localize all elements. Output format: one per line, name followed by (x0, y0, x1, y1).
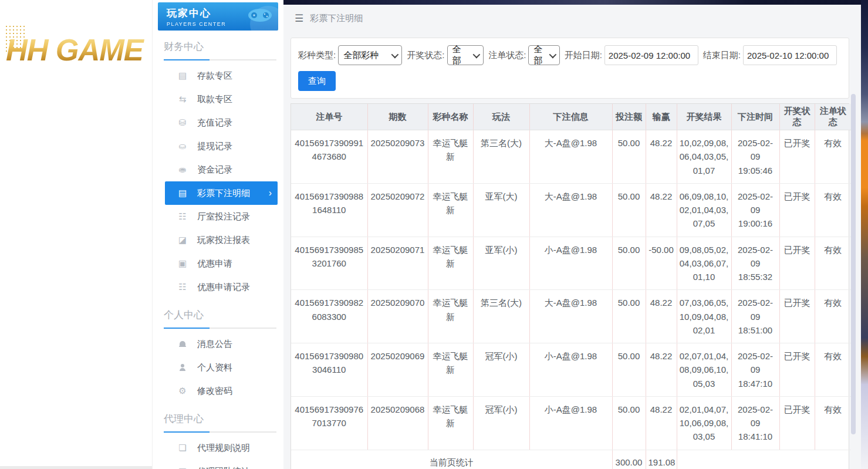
order-status-select[interactable]: 全部 (528, 45, 559, 65)
chevron-right-icon: › (269, 188, 278, 198)
hall-bet-record-icon: ☷ (177, 211, 188, 222)
cell: 幸运飞艇新 (428, 237, 473, 290)
cell: 有效 (815, 396, 851, 450)
scrollbar-thumb[interactable] (851, 94, 856, 434)
sidebar-item-label: 优惠申请 (197, 258, 232, 269)
sidebar-item-label: 代理规则说明 (197, 443, 250, 454)
cell: 幸运飞艇新 (428, 183, 473, 237)
column-header: 下注信息 (529, 104, 612, 130)
sidebar-item-label: 玩家投注报表 (197, 235, 250, 246)
cell: 已开奖 (779, 396, 815, 450)
sidebar-item-profile[interactable]: 个人资料 (165, 356, 278, 379)
sidebar-item-label: 充值记录 (197, 117, 232, 129)
players-center-subtitle: PLAYERS CENTER (167, 21, 278, 27)
draw-status-value: 全部 (452, 44, 470, 66)
cell: 2025-02-09 19:00:16 (731, 183, 779, 237)
column-header: 注单号 (291, 104, 367, 130)
end-date-input[interactable] (743, 45, 837, 65)
table-row: 401569173909914673680 20250209073 幸运飞艇新 … (291, 130, 851, 184)
sidebar-item-lottery-bet-detail[interactable]: ▤ 彩票下注明细 › (165, 181, 278, 205)
cell: 20250209071 (367, 237, 428, 290)
lottery-type-select[interactable]: 全部彩种 (338, 45, 402, 65)
sidebar-item-label: 优惠申请记录 (197, 282, 250, 293)
page-summary-row: 当前页统计 300.00 191.08 (291, 450, 851, 469)
document-icon: ❏ (177, 443, 188, 453)
chevron-down-icon (473, 50, 481, 58)
chevron-down-icon (549, 50, 556, 58)
start-date-label: 开始日期: (565, 50, 602, 61)
sidebar-item-withdrawal-record[interactable]: ⛀ 提现记录 (165, 134, 278, 158)
cell: 50.00 (612, 343, 646, 397)
cell: 已开奖 (779, 183, 815, 237)
cell: 401569173909767013770 (291, 396, 367, 450)
sidebar-item-deposit[interactable]: ▤ 存款专区 (165, 64, 278, 87)
recharge-record-icon: ⛁ (177, 117, 188, 128)
cell: 有效 (815, 290, 851, 343)
sidebar-item-recharge-record[interactable]: ⛁ 充值记录 (165, 111, 278, 134)
building-icon: ▦ (177, 466, 188, 469)
search-button[interactable]: 查询 (298, 71, 336, 91)
chevron-down-icon (391, 50, 399, 58)
sidebar-item-promo-apply-record[interactable]: ☷ 优惠申请记录 (165, 275, 278, 299)
sidebar-item-agent-rules[interactable]: ❏ 代理规则说明 (165, 436, 278, 460)
sidebar-item-player-bet-report[interactable]: ◪ 玩家投注报表 (165, 228, 278, 252)
main-content: ☰ 彩票下注明细 彩种类型: 全部彩种 开奖状态: 全部 注单状态: 全部 (283, 5, 861, 469)
cell: 小-A盘@1.98 (529, 237, 612, 290)
sidebar-item-funds-record[interactable]: ⛂ 资金记录 (165, 158, 278, 181)
cell: 已开奖 (779, 130, 815, 184)
column-header: 输赢 (646, 104, 677, 130)
table-row: 401569173909767013770 20250209068 幸运飞艇新 … (291, 396, 851, 450)
draw-status-label: 开奖状态: (407, 50, 444, 61)
cell: 2025-02-09 18:51:00 (731, 290, 779, 343)
cell: 48.22 (646, 343, 677, 397)
page-summary-bet-total: 300.00 (612, 450, 646, 469)
sidebar-item-promo-apply[interactable]: ▣ 优惠申请 (165, 252, 278, 275)
cell: 冠军(小) (473, 396, 529, 450)
lottery-type-value: 全部彩种 (343, 50, 379, 61)
cell: 50.00 (612, 237, 646, 290)
sidebar-item-hall-bet-record[interactable]: ☷ 厅室投注记录 (165, 205, 278, 228)
cell: 有效 (815, 237, 851, 290)
cell: 幸运飞艇新 (428, 343, 473, 397)
cell: 2025-02-09 18:47:10 (731, 343, 779, 397)
column-header: 玩法 (473, 104, 529, 130)
page-background-top (283, 0, 868, 5)
sidebar-item-label: 个人资料 (197, 362, 232, 373)
cell: 有效 (815, 343, 851, 397)
page-title: 彩票下注明细 (310, 13, 363, 24)
cell: 401569173909826083300 (291, 290, 367, 343)
withdrawal-record-icon: ⛀ (177, 141, 188, 151)
topbar: ☰ 彩票下注明细 (283, 5, 861, 32)
sidebar-item-notice[interactable]: 消息公告 (165, 332, 278, 356)
order-status-value: 全部 (533, 44, 545, 66)
sidebar-item-agent-team-stats[interactable]: ▦ 代理团队统计 (165, 460, 278, 469)
start-date-input[interactable] (604, 45, 698, 65)
table-header-row: 注单号 期数 彩种名称 玩法 下注信息 投注额 输赢 开奖结果 下注时间 开奖状… (291, 104, 851, 130)
cell: 48.22 (646, 183, 677, 237)
sidebar-item-label: 厅室投注记录 (197, 211, 250, 222)
cell: 02,07,01,04,08,09,06,10,05,03 (677, 343, 731, 397)
sidebar-item-label: 取款专区 (197, 94, 232, 105)
sidebar-item-label: 存款专区 (197, 70, 232, 82)
sidebar-item-withdraw[interactable]: ⇆ 取款专区 (165, 87, 278, 111)
cell: 09,08,05,02,04,03,06,07,01,10 (677, 237, 731, 290)
column-header: 投注额 (612, 104, 646, 130)
cell: 有效 (815, 183, 851, 237)
cell: 401569173909803046110 (291, 343, 367, 397)
menu-toggle-icon[interactable]: ☰ (295, 12, 303, 25)
cell: 48.22 (646, 290, 677, 343)
sidebar-item-label: 修改密码 (197, 386, 232, 397)
cell: 20250209073 (367, 130, 428, 184)
column-header: 开奖结果 (677, 104, 731, 130)
filter-row: 彩种类型: 全部彩种 开奖状态: 全部 注单状态: 全部 开始日期: 结束日期: (298, 45, 842, 65)
sidebar-item-label: 资金记录 (197, 164, 232, 176)
cell: 48.22 (646, 396, 677, 450)
gear-icon: ⚙ (177, 386, 188, 396)
promo-apply-icon: ▣ (177, 258, 188, 269)
page-summary-winloss-total: 191.08 (646, 450, 677, 469)
person-icon (177, 363, 188, 373)
cell: 幸运飞艇新 (428, 130, 473, 184)
filter-panel: 彩种类型: 全部彩种 开奖状态: 全部 注单状态: 全部 开始日期: 结束日期: (291, 38, 849, 99)
draw-status-select[interactable]: 全部 (447, 45, 484, 65)
sidebar-item-change-password[interactable]: ⚙ 修改密码 (165, 379, 278, 403)
